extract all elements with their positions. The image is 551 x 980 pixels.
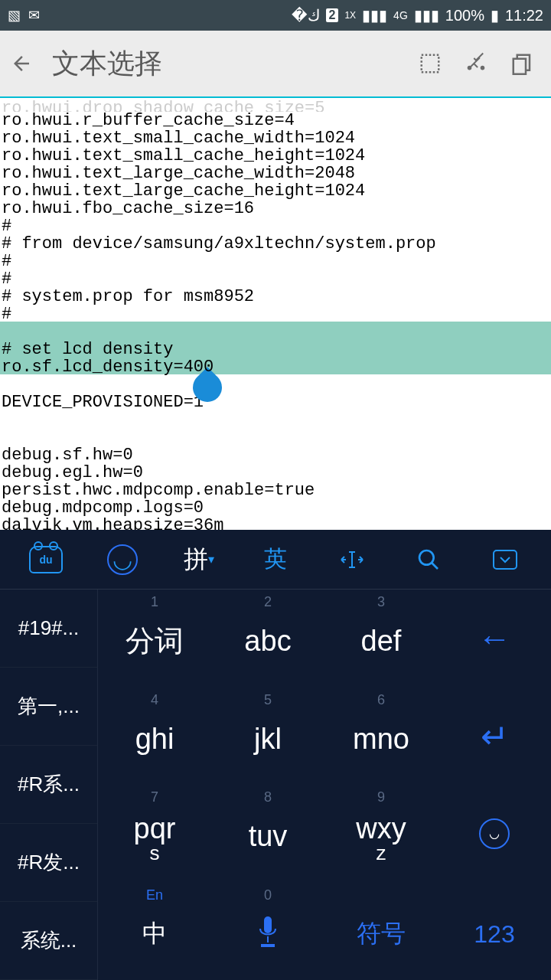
editor-line[interactable]: #: [2, 253, 551, 270]
key-enter[interactable]: ↵: [438, 688, 551, 786]
network-1x: 1X: [344, 10, 356, 21]
editor-line[interactable]: persist.hwc.mdpcomp.enable=true: [2, 482, 551, 499]
editor-line[interactable]: ro.hwui.r_buffer_cache_size=4: [2, 112, 551, 129]
editor-line[interactable]: debug.mdpcomp.logs=0: [2, 499, 551, 517]
key-abc[interactable]: 2abc: [211, 590, 324, 688]
editor-line[interactable]: debug.sf.hw=0: [2, 446, 551, 464]
pinyin-mode-button[interactable]: 拼▾: [168, 543, 230, 577]
text-editor[interactable]: ro.hwui.drop_shadow_cache_size=5ro.hwui.…: [0, 98, 551, 530]
keyboard-toolbar: du ◡ 拼▾ 英: [0, 530, 551, 590]
editor-line[interactable]: #: [2, 305, 551, 323]
copy-button[interactable]: [508, 50, 536, 77]
app-toolbar: 文本选择: [0, 31, 551, 98]
svg-rect-5: [494, 550, 517, 569]
svg-rect-0: [422, 55, 439, 73]
editor-line[interactable]: #: [2, 270, 551, 288]
editor-line[interactable]: ro.hwui.fbo_cache_size=16: [2, 200, 551, 217]
key-backspace[interactable]: ←: [438, 590, 551, 688]
candidate-item[interactable]: #R系...: [0, 746, 97, 824]
candidate-item[interactable]: 系统...: [0, 902, 97, 980]
status-bar: ▧ ✉ �ك 2 1X ▮▮▮ 4G ▮▮▮ 100% ▮ 11:22: [0, 0, 551, 31]
battery-icon: ▮: [491, 6, 499, 24]
baidu-logo-button[interactable]: du: [15, 546, 77, 573]
page-title: 文本选择: [52, 45, 401, 83]
english-mode-button[interactable]: 英: [245, 544, 306, 575]
editor-line[interactable]: #: [2, 217, 551, 235]
editor-line[interactable]: [2, 429, 551, 446]
key-pqr[interactable]: 7pqrs: [98, 785, 211, 883]
mail-icon: ✉: [28, 7, 40, 24]
search-button[interactable]: [398, 547, 459, 572]
key-分词[interactable]: 1分词: [98, 590, 211, 688]
editor-line[interactable]: debug.egl.hw=0: [2, 464, 551, 482]
key-中[interactable]: En中: [98, 883, 211, 981]
editor-line[interactable]: ro.hwui.text_small_cache_width=1024: [2, 129, 551, 147]
key-ghi[interactable]: 4ghi: [98, 688, 211, 786]
candidate-sidebar: #19#...第一,...#R系...#R发...系统...: [0, 590, 98, 980]
candidate-item[interactable]: 第一,...: [0, 668, 97, 746]
editor-line[interactable]: ro.hwui.drop_shadow_cache_size=5: [2, 100, 551, 112]
sim-indicator: 2: [326, 8, 339, 22]
svg-line-4: [432, 563, 438, 569]
key-wxy[interactable]: 9wxyz: [324, 785, 438, 883]
svg-point-3: [419, 550, 434, 565]
cursor-mode-button[interactable]: [321, 549, 383, 570]
image-icon: ▧: [8, 7, 21, 24]
key-grid: 1分词2abc3def←4ghi5jkl6mno↵7pqrs8tuv9wxyz◡…: [98, 590, 551, 980]
candidate-item[interactable]: #R发...: [0, 824, 97, 902]
network-4g: 4G: [393, 9, 408, 21]
key-jkl[interactable]: 5jkl: [211, 688, 324, 786]
editor-line[interactable]: ro.sf.lcd_density=400: [2, 358, 551, 376]
editor-line[interactable]: # set lcd density: [2, 341, 551, 358]
back-button[interactable]: [6, 48, 37, 79]
wifi-icon: �ك: [292, 6, 320, 24]
candidate-item[interactable]: #19#...: [0, 590, 97, 668]
key-emoji[interactable]: ◡: [438, 785, 551, 883]
collapse-keyboard-button[interactable]: [474, 548, 536, 571]
cut-button[interactable]: [462, 50, 490, 77]
key-def[interactable]: 3def: [324, 590, 438, 688]
svg-rect-6: [264, 916, 272, 933]
key-voice[interactable]: 0: [211, 883, 324, 981]
select-all-button[interactable]: [416, 50, 444, 77]
key-tuv[interactable]: 8tuv: [211, 785, 324, 883]
editor-line[interactable]: # from device/samsung/a9xltechn/system.p…: [2, 235, 551, 253]
signal-icon-2: ▮▮▮: [414, 6, 439, 24]
editor-line[interactable]: [2, 376, 551, 394]
key-符号[interactable]: 符号: [324, 883, 438, 981]
key-123[interactable]: 123: [438, 883, 551, 981]
editor-line[interactable]: # system.prop for msm8952: [2, 288, 551, 305]
soft-keyboard: du ◡ 拼▾ 英 #19#...第一,...#R系...#R发...系统...…: [0, 530, 551, 980]
signal-icon-1: ▮▮▮: [362, 6, 387, 24]
editor-line[interactable]: dalvik.vm.heapsize=36m: [2, 517, 551, 530]
editor-line[interactable]: ro.hwui.text_large_cache_height=1024: [2, 182, 551, 200]
editor-line[interactable]: ro.hwui.text_large_cache_width=2048: [2, 165, 551, 182]
clock: 11:22: [505, 7, 543, 24]
battery-percent: 100%: [445, 7, 484, 24]
emoji-button[interactable]: ◡: [92, 544, 153, 575]
svg-rect-2: [514, 59, 526, 74]
editor-line[interactable]: [2, 323, 551, 341]
editor-line[interactable]: DEVICE_PROVISIONED=1: [2, 394, 551, 411]
key-mno[interactable]: 6mno: [324, 688, 438, 786]
editor-line[interactable]: ro.hwui.text_small_cache_height=1024: [2, 147, 551, 165]
editor-line[interactable]: [2, 411, 551, 429]
